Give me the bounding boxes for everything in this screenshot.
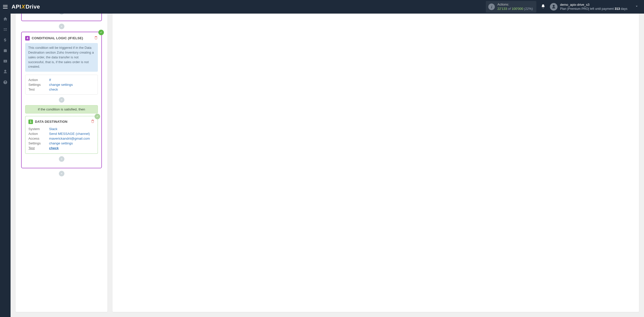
add-step-button[interactable]: [59, 156, 64, 162]
actions-label: Actions:: [497, 3, 533, 7]
actions-of: of: [508, 7, 511, 11]
prop-label: System: [28, 127, 49, 131]
prop-label: Action: [28, 132, 49, 136]
actions-percent: (22%): [524, 7, 533, 11]
right-panel: [112, 14, 639, 312]
settings-link[interactable]: change settings: [49, 141, 73, 145]
system-link[interactable]: Slack: [49, 127, 57, 131]
sidebar-profile[interactable]: [0, 66, 11, 77]
prop-row-action: Action Send MESSAGE (channel): [28, 131, 95, 136]
info-box: This condition will be triggered if in t…: [25, 43, 98, 72]
actions-text: Actions: 22'133 of 100'000 (22%): [497, 3, 533, 11]
previous-card-partial: [21, 14, 102, 21]
sidebar: [0, 14, 11, 317]
prop-label: Settings: [28, 141, 49, 145]
delete-button[interactable]: [94, 36, 98, 41]
user-plan: Plan |Premium PRO| left until payment 31…: [560, 7, 627, 11]
prop-label: Action: [28, 78, 49, 82]
card-title: CONDITIONAL LOGIC (IF/ELSE): [32, 36, 83, 40]
sidebar-connections[interactable]: [0, 24, 11, 35]
properties: Action If Settings change settings Test …: [25, 75, 98, 95]
add-step-button[interactable]: [59, 97, 64, 103]
prop-label: Test: [28, 88, 49, 91]
user-menu[interactable]: demo_apix-drive_s3 Plan |Premium PRO| le…: [550, 3, 638, 11]
actions-box[interactable]: i Actions: 22'133 of 100'000 (22%): [486, 1, 536, 13]
conditional-logic-card: 4 CONDITIONAL LOGIC (IF/ELSE) This condi…: [21, 32, 102, 168]
sidebar-billing[interactable]: [0, 35, 11, 45]
prop-row-system: System Slack: [28, 127, 95, 131]
sidebar-home[interactable]: [0, 14, 11, 24]
left-panel: 4 CONDITIONAL LOGIC (IF/ELSE) This condi…: [16, 14, 107, 312]
properties: System Slack Action Send MESSAGE (channe…: [28, 127, 95, 150]
actions-total: 100'000: [512, 7, 523, 11]
avatar-icon: [550, 3, 557, 11]
prop-label: Access: [28, 137, 49, 140]
action-link[interactable]: Send MESSAGE (channel): [49, 132, 90, 136]
actions-used: 22'133: [497, 7, 507, 11]
logo-drive: Drive: [25, 4, 40, 10]
main: 4 CONDITIONAL LOGIC (IF/ELSE) This condi…: [11, 14, 644, 317]
settings-link[interactable]: change settings: [49, 83, 73, 87]
delete-button[interactable]: [91, 119, 95, 124]
card-header: 1 DATA DESTINATION: [28, 119, 95, 124]
hamburger-menu[interactable]: [0, 0, 11, 14]
step-number: 4: [25, 36, 30, 41]
prop-row-settings: Settings change settings: [28, 141, 95, 146]
sidebar-video[interactable]: [0, 56, 11, 66]
logo-api: API: [12, 4, 21, 10]
check-badge-icon: [98, 30, 104, 35]
data-destination-card: 1 DATA DESTINATION System Slack Action S…: [25, 116, 98, 154]
bell-icon[interactable]: [541, 4, 545, 10]
prop-row-access: Access maverickandrii@gmail.com: [28, 136, 95, 141]
add-step-button[interactable]: [59, 171, 64, 176]
prop-row-action: Action If: [28, 77, 95, 82]
prop-label: Test: [28, 146, 49, 150]
card-title: DATA DESTINATION: [35, 120, 67, 124]
card-header: 4 CONDITIONAL LOGIC (IF/ELSE): [25, 36, 98, 41]
test-link[interactable]: check: [49, 88, 58, 91]
step-number: 1: [28, 120, 33, 124]
action-link[interactable]: If: [49, 78, 51, 82]
chevron-down-icon: [635, 5, 638, 9]
condition-banner: if the condition is satisfied, then: [25, 105, 98, 113]
user-text: demo_apix-drive_s3 Plan |Premium PRO| le…: [560, 3, 627, 11]
header: API X Drive i Actions: 22'133 of 100'000…: [0, 0, 644, 14]
prop-row-settings: Settings change settings: [28, 82, 95, 87]
test-link[interactable]: check: [49, 146, 59, 150]
prop-row-test: Test check: [28, 87, 95, 92]
logo-x-icon: X: [21, 4, 25, 10]
info-icon: i: [488, 4, 495, 10]
sidebar-briefcase[interactable]: [0, 45, 11, 56]
hamburger-icon: [3, 5, 8, 9]
prop-label: Settings: [28, 83, 49, 87]
check-badge-icon: [95, 114, 100, 119]
sidebar-help[interactable]: [0, 77, 11, 88]
access-link[interactable]: maverickandrii@gmail.com: [49, 137, 90, 140]
header-right: i Actions: 22'133 of 100'000 (22%) demo_…: [486, 1, 644, 13]
add-step-button[interactable]: [59, 24, 64, 29]
user-name: demo_apix-drive_s3: [560, 3, 627, 7]
prop-row-test: Test check: [28, 146, 95, 150]
logo[interactable]: API X Drive: [12, 4, 40, 10]
